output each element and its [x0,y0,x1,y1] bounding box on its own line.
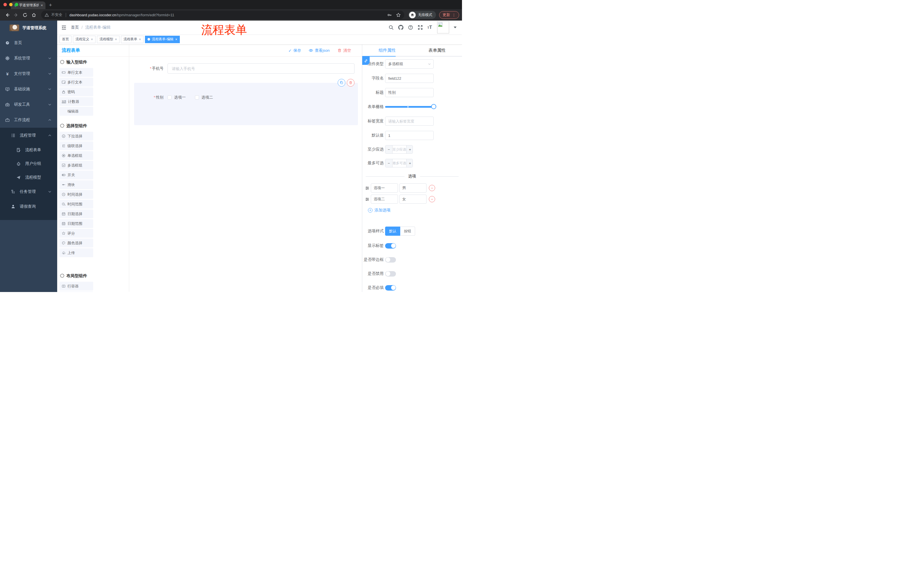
url-text[interactable]: dashboard.yudao.iocoder.cn/bpm/manager/f… [69,13,174,17]
sidebar-item-system[interactable]: 系统管理 [0,51,57,66]
style-default-button[interactable]: 默认 [385,227,400,236]
password-key-icon[interactable] [387,13,392,17]
browser-menu-icon[interactable]: ⋮ [452,13,456,17]
new-tab-button[interactable]: + [49,2,52,8]
close-tag-icon[interactable]: × [175,38,177,41]
disabled-toggle[interactable] [385,271,396,276]
palette-item-rate[interactable]: 评分 [59,229,93,238]
security-label[interactable]: 不安全 [51,12,62,17]
palette-item-checkbox-group[interactable]: 多选框组 [59,161,93,170]
selected-component-gender[interactable]: *性别 选项一 选项二 [134,83,358,125]
sidebar-item-workflow[interactable]: 工作流程 [0,112,57,128]
clear-button[interactable]: 清空 [337,48,351,53]
tag-process-form[interactable]: 流程表单× [121,36,144,43]
close-tag-icon[interactable]: × [91,38,93,41]
remove-option-button[interactable]: − [429,185,435,191]
field-name-input[interactable] [385,74,434,83]
increase-button[interactable]: + [406,145,413,153]
drag-handle-icon[interactable] [365,186,370,190]
palette-item-switch[interactable]: 开关 [59,171,93,179]
title-input[interactable] [385,88,434,97]
palette-item-single-text[interactable]: 单行文本 [59,68,93,77]
tag-process-definition[interactable]: 流程定义× [73,36,96,43]
decrease-button[interactable]: − [385,145,392,153]
delete-component-button[interactable] [347,79,355,87]
palette-item-cascader[interactable]: 级联选择 [59,141,93,150]
avatar[interactable] [437,21,449,33]
sidebar-item-task-mgmt[interactable]: 任务管理 [0,184,57,199]
avatar-caret-icon[interactable] [454,26,457,28]
forward-icon[interactable] [14,13,18,17]
gender-option-1[interactable]: 选项一 [168,95,186,100]
palette-item-upload[interactable]: 上传 [59,248,93,257]
label-width-input[interactable] [385,117,434,126]
slider-handle[interactable] [431,104,436,109]
palette-item-editor[interactable]: 编辑器 [59,107,93,116]
palette-item-select[interactable]: 下拉选择 [59,132,93,141]
drag-handle-icon[interactable] [365,197,370,201]
close-tag-icon[interactable]: × [139,38,141,41]
update-button[interactable]: 更新 ⋮ [439,11,459,19]
link-tag[interactable] [362,57,370,65]
tab-form-props[interactable]: 表单属性 [412,44,462,56]
max-select-placeholder[interactable]: 最多可选 [392,159,406,167]
gender-option-2[interactable]: 选项二 [195,95,213,100]
search-icon[interactable] [389,25,394,30]
show-label-toggle[interactable] [385,243,396,248]
maximize-window-button[interactable] [15,3,18,6]
palette-item-row-container[interactable]: 行容器 [59,282,93,291]
palette-item-color-picker[interactable]: 颜色选择 [59,239,93,247]
home-icon[interactable] [31,13,36,17]
palette-item-date-picker[interactable]: 日期选择 [59,209,93,218]
checkbox-icon[interactable] [195,95,199,99]
github-icon[interactable] [398,25,403,30]
sidebar-item-infra[interactable]: 基础设施 [0,81,57,97]
add-option-button[interactable]: + 添加选项 [368,208,462,213]
checkbox-icon[interactable] [168,95,172,99]
copy-component-button[interactable] [338,79,345,87]
increase-button[interactable]: + [406,159,413,167]
tag-home[interactable]: 首页 [59,36,71,43]
close-tag-icon[interactable]: × [115,38,117,41]
help-icon[interactable] [408,25,413,30]
close-window-button[interactable] [3,3,7,6]
bookmark-star-icon[interactable] [396,13,401,17]
option-label-input[interactable] [371,183,398,192]
option-value-input[interactable] [399,183,427,192]
view-json-button[interactable]: 查看json [309,48,330,53]
save-button[interactable]: ✓保存 [289,48,301,53]
palette-item-button[interactable]: 按钮 [59,291,93,292]
style-button-button[interactable]: 按钮 [400,227,415,236]
required-toggle[interactable] [385,285,396,291]
default-value-input[interactable] [385,131,434,140]
sidebar-item-process-form[interactable]: 流程表单 [0,143,57,157]
collapse-sidebar-icon[interactable] [61,25,67,30]
sidebar-item-process-mgmt[interactable]: 流程管理 [0,128,57,143]
palette-item-password[interactable]: 密码 [59,87,93,96]
form-grid-slider[interactable] [385,106,434,108]
palette-item-time-picker[interactable]: 时间选择 [59,190,93,199]
sidebar-logo[interactable]: 芋道管理系统 [0,21,57,35]
sidebar-item-process-model[interactable]: 流程模型 [0,171,57,184]
close-tab-icon[interactable]: × [41,3,43,7]
palette-item-time-range[interactable]: 时间范围 [59,200,93,209]
decrease-button[interactable]: − [385,159,392,167]
sidebar-item-user-group[interactable]: 用户分组 [0,157,57,171]
min-select-placeholder[interactable]: 至少应选 [392,145,406,153]
tag-process-model[interactable]: 流程模型× [97,36,119,43]
sidebar-item-payment[interactable]: ¥ 支付管理 [0,66,57,81]
sidebar-item-home[interactable]: 首页 [0,35,57,51]
phone-field[interactable]: *手机号 [143,63,355,74]
back-icon[interactable] [5,13,10,17]
palette-item-date-range[interactable]: 日期范围 [59,219,93,228]
minimize-window-button[interactable] [9,3,13,6]
palette-item-slider[interactable]: 滑块 [59,180,93,189]
component-type-select[interactable]: 多选框组 [385,59,434,69]
border-toggle[interactable] [385,257,396,263]
font-size-icon[interactable]: TT [427,25,432,30]
remove-option-button[interactable]: − [429,196,435,202]
sidebar-item-devtools[interactable]: 研发工具 [0,97,57,112]
sidebar-item-leave-query[interactable]: 请假查询 [0,199,57,214]
palette-item-radio-group[interactable]: 单选框组 [59,151,93,160]
phone-input[interactable] [168,63,355,74]
